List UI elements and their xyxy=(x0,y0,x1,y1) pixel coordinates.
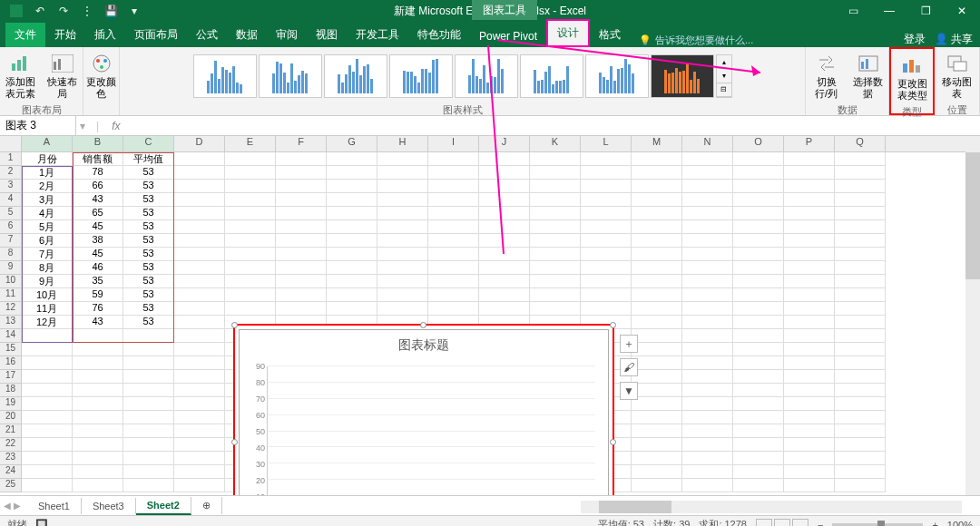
fx-icon[interactable]: fx xyxy=(106,120,125,132)
column-headers[interactable]: ABCDEFGHIJKLMNOPQ xyxy=(22,136,980,152)
svg-rect-16 xyxy=(916,65,920,73)
chart-style-thumb[interactable] xyxy=(389,54,453,98)
ribbon-tabs: 文件 开始 插入 页面布局 公式 数据 审阅 视图 开发工具 特色功能 Powe… xyxy=(0,22,980,47)
sheet-tab-active[interactable]: Sheet2 xyxy=(136,497,191,515)
restore-icon[interactable]: ❐ xyxy=(907,0,944,22)
tab-powerpivot[interactable]: Power Pivot xyxy=(470,25,546,47)
svg-rect-15 xyxy=(909,60,914,73)
tell-me-box[interactable]: 💡告诉我您想要做什么... xyxy=(630,34,753,47)
tab-insert[interactable]: 插入 xyxy=(85,23,125,47)
tab-view[interactable]: 视图 xyxy=(307,23,347,47)
horizontal-scrollbar[interactable] xyxy=(581,501,962,513)
login-link[interactable]: 登录 xyxy=(904,32,926,47)
svg-point-9 xyxy=(103,59,107,63)
group-label-chart-styles: 图表样式 xyxy=(443,102,483,117)
sheet-tab-bar: ◀ ▶ Sheet1 Sheet3 Sheet2 ⊕ xyxy=(0,495,980,515)
select-all-corner[interactable] xyxy=(0,136,22,152)
formula-input[interactable] xyxy=(125,118,980,134)
svg-rect-1 xyxy=(12,63,15,71)
chart-style-thumb[interactable] xyxy=(520,54,583,98)
undo-icon[interactable]: ↶ xyxy=(33,4,47,18)
view-buttons[interactable] xyxy=(756,519,808,527)
svg-rect-5 xyxy=(54,62,56,70)
zoom-in-icon[interactable]: + xyxy=(932,520,937,527)
chart-styles-gallery[interactable]: ▴▾⊟ xyxy=(191,51,734,102)
add-chart-element-button[interactable]: 添加图表元素 xyxy=(3,51,39,102)
svg-rect-6 xyxy=(58,59,61,70)
svg-rect-0 xyxy=(10,5,23,17)
share-button[interactable]: 👤 共享 xyxy=(935,32,973,47)
svg-rect-2 xyxy=(17,60,21,71)
sheet-nav-arrows[interactable]: ◀ ▶ xyxy=(4,501,21,511)
worksheet-grid[interactable]: ABCDEFGHIJKLMNOPQ 1月份销售额平均值21月785332月665… xyxy=(0,136,980,495)
select-data-button[interactable]: 选择数据 xyxy=(850,51,887,102)
chart-style-thumb[interactable] xyxy=(259,54,322,98)
close-icon[interactable]: ✕ xyxy=(944,0,980,22)
quick-access-toolbar: ↶ ↷ ⋮ 💾 ▾ xyxy=(0,4,142,18)
ribbon-body: 添加图表元素 快速布局 图表布局 更改颜色 ▴▾⊟ 图表样式 切换行/列 选择数… xyxy=(0,47,980,116)
svg-rect-14 xyxy=(903,63,907,73)
svg-rect-18 xyxy=(954,62,966,71)
sheet-tab[interactable]: Sheet1 xyxy=(27,498,82,514)
save-icon[interactable]: 💾 xyxy=(103,4,118,18)
chart-style-thumb[interactable] xyxy=(651,54,714,98)
vertical-scrollbar[interactable] xyxy=(965,136,980,495)
new-sheet-button[interactable]: ⊕ xyxy=(191,497,222,514)
group-label-chart-layout: 图表布局 xyxy=(22,102,62,117)
chart-style-thumb[interactable] xyxy=(324,54,387,98)
change-chart-type-button[interactable]: 更改图表类型 xyxy=(894,53,930,103)
name-box-dropdown-icon[interactable]: ▾ xyxy=(76,120,89,132)
chart-tools-context-tab: 图表工具 xyxy=(472,0,537,20)
switch-row-col-button[interactable]: 切换行/列 xyxy=(808,51,845,102)
lightbulb-icon: 💡 xyxy=(639,34,652,46)
name-box[interactable]: 图表 3 xyxy=(0,116,76,135)
chart-style-thumb[interactable] xyxy=(193,54,257,98)
chart-filters-icon[interactable]: ▼ xyxy=(620,382,638,400)
tab-review[interactable]: 审阅 xyxy=(267,23,307,47)
tab-formula[interactable]: 公式 xyxy=(187,23,227,47)
formula-bar: 图表 3 ▾ | fx xyxy=(0,116,980,136)
embedded-chart[interactable]: 图表标题 0102030405060708090 1月2月3月4月5月6月7月8… xyxy=(233,324,614,495)
tab-file[interactable]: 文件 xyxy=(5,23,45,47)
status-bar: 就绪 🔲 平均值: 53 计数: 39 求和: 1278 − + 100% xyxy=(0,515,980,526)
tab-page-layout[interactable]: 页面布局 xyxy=(125,23,187,47)
svg-point-10 xyxy=(100,65,103,69)
change-colors-button[interactable]: 更改颜色 xyxy=(83,51,120,102)
tab-developer[interactable]: 开发工具 xyxy=(347,23,408,47)
sheet-tab[interactable]: Sheet3 xyxy=(82,498,136,514)
quick-layout-button[interactable]: 快速布局 xyxy=(44,51,81,102)
ribbon-display-icon[interactable]: ▭ xyxy=(835,0,871,22)
tab-data[interactable]: 数据 xyxy=(227,23,267,47)
group-label-type: 类型 xyxy=(902,103,922,119)
qat-dropdown-icon[interactable]: ▾ xyxy=(127,4,142,18)
chart-styles-icon[interactable]: 🖌 xyxy=(620,358,638,376)
excel-icon xyxy=(9,4,24,18)
minimize-icon[interactable]: — xyxy=(871,0,907,22)
chart-style-thumb[interactable] xyxy=(585,54,649,98)
zoom-level[interactable]: 100% xyxy=(947,520,973,527)
chart-plot-area[interactable] xyxy=(267,366,595,495)
tab-design[interactable]: 设计 xyxy=(546,19,590,47)
tab-format[interactable]: 格式 xyxy=(590,23,630,47)
svg-rect-13 xyxy=(866,59,868,69)
title-bar: ↶ ↷ ⋮ 💾 ▾ 新建 Microsoft Excel 工作表.xlsx - … xyxy=(0,0,980,22)
chart-style-thumb[interactable] xyxy=(455,54,518,98)
chart-y-axis: 0102030405060708090 xyxy=(249,366,267,495)
group-label-data: 数据 xyxy=(838,102,858,117)
svg-point-7 xyxy=(93,55,110,72)
move-chart-button[interactable]: 移动图表 xyxy=(939,51,975,102)
svg-rect-12 xyxy=(861,62,864,69)
touch-mode-icon[interactable]: ⋮ xyxy=(80,4,94,18)
zoom-out-icon[interactable]: − xyxy=(818,520,823,527)
svg-point-8 xyxy=(96,59,100,63)
tab-home[interactable]: 开始 xyxy=(45,23,85,47)
chart-title[interactable]: 图表标题 xyxy=(240,330,608,357)
group-label-location: 位置 xyxy=(947,102,967,117)
chart-elements-icon[interactable]: ＋ xyxy=(620,335,638,353)
tab-special[interactable]: 特色功能 xyxy=(408,23,470,47)
svg-rect-3 xyxy=(23,56,26,71)
redo-icon[interactable]: ↷ xyxy=(56,4,71,18)
